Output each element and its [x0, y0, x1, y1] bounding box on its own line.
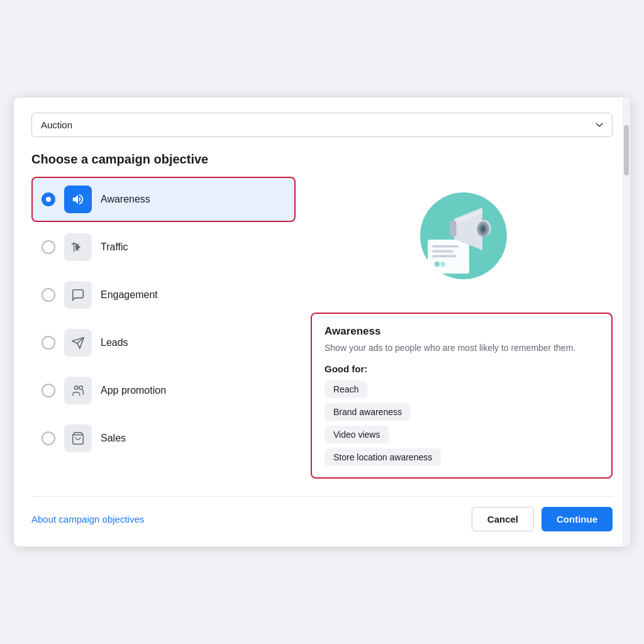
objective-item-sales[interactable]: Sales [31, 416, 296, 461]
svg-point-4 [79, 386, 82, 390]
auction-dropdown[interactable]: AuctionReach & Frequency [31, 113, 613, 137]
svg-rect-8 [432, 245, 458, 248]
dropdown-row: AuctionReach & Frequency [31, 113, 613, 137]
section-title: Choose a campaign objective [31, 152, 613, 167]
awareness-label: Awareness [101, 194, 150, 205]
radio-engagement[interactable] [42, 288, 55, 302]
awareness-info-box: Awareness Show your ads to people who ar… [311, 313, 613, 479]
engagement-icon [64, 281, 92, 309]
traffic-icon [64, 233, 92, 261]
svg-rect-9 [432, 250, 453, 253]
cancel-button[interactable]: Cancel [472, 507, 534, 531]
objective-item-traffic[interactable]: Traffic [31, 225, 296, 270]
radio-leads[interactable] [42, 336, 55, 350]
app-promotion-label: App promotion [101, 385, 166, 396]
objective-item-leads[interactable]: Leads [31, 320, 296, 365]
info-description: Show your ads to people who are most lik… [325, 341, 599, 355]
awareness-icon [64, 186, 92, 213]
tag-video-views: Video views [325, 426, 389, 443]
sales-label: Sales [101, 433, 126, 444]
svg-rect-12 [450, 221, 457, 236]
radio-app-promotion[interactable] [42, 384, 55, 397]
tag-list: Reach Brand awareness Video views Store … [325, 380, 599, 466]
right-panel: Awareness Show your ads to people who ar… [311, 177, 613, 479]
tag-store-location: Store location awareness [325, 448, 441, 466]
radio-awareness[interactable] [42, 192, 55, 206]
radio-sales[interactable] [42, 431, 55, 445]
tag-reach: Reach [325, 380, 367, 398]
engagement-label: Engagement [101, 289, 158, 301]
leads-label: Leads [101, 337, 128, 348]
svg-point-3 [75, 386, 79, 390]
app-promotion-icon [64, 377, 92, 404]
content-area: Awareness Traffic [31, 177, 613, 479]
footer-buttons: Cancel Continue [472, 507, 613, 531]
objective-item-engagement[interactable]: Engagement [31, 272, 296, 318]
footer: About campaign objectives Cancel Continu… [31, 496, 613, 531]
info-title: Awareness [325, 325, 599, 338]
traffic-label: Traffic [101, 242, 128, 253]
about-link[interactable]: About campaign objectives [31, 514, 144, 525]
objective-item-app-promotion[interactable]: App promotion [31, 368, 296, 413]
objective-item-awareness[interactable]: Awareness [31, 177, 296, 222]
illustration [311, 177, 613, 303]
campaign-objective-modal: AuctionReach & Frequency Choose a campai… [14, 97, 630, 547]
scrollbar[interactable] [623, 97, 630, 547]
leads-icon [64, 329, 92, 357]
svg-point-16 [435, 262, 440, 267]
good-for-label: Good for: [325, 364, 599, 374]
radio-traffic[interactable] [42, 240, 55, 254]
svg-point-17 [440, 262, 445, 267]
tag-brand-awareness: Brand awareness [325, 403, 411, 421]
svg-rect-10 [432, 255, 457, 258]
scrollbar-thumb[interactable] [624, 125, 629, 175]
objectives-list: Awareness Traffic [31, 177, 296, 479]
continue-button[interactable]: Continue [541, 507, 613, 531]
sales-icon [64, 425, 92, 452]
svg-point-15 [481, 226, 485, 231]
